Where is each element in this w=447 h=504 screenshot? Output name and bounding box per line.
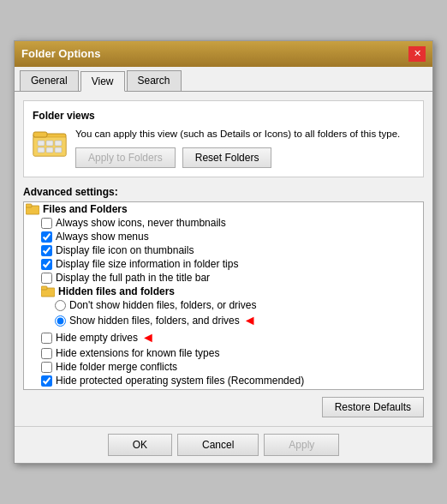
- list-item: Display file size information in folder …: [24, 257, 423, 271]
- folder-views-inner: You can apply this view (such as Details…: [33, 127, 414, 168]
- display-full-path-label: Display the full path in the title bar: [56, 272, 210, 284]
- folder-icon-2: [41, 285, 55, 297]
- hide-extensions-label: Hide extensions for known file types: [56, 347, 219, 359]
- dialog-buttons: OK Cancel Apply: [15, 426, 432, 463]
- folder-options-dialog: Folder Options ✕ General View Search Fol…: [14, 40, 433, 464]
- display-file-size-checkbox[interactable]: [41, 259, 52, 270]
- list-item: Hide empty drives ◄: [24, 329, 423, 346]
- hide-empty-drives-label: Hide empty drives: [56, 332, 138, 344]
- advanced-settings-list[interactable]: Files and Folders Always show icons, nev…: [23, 201, 424, 390]
- dont-show-hidden-radio[interactable]: [55, 300, 66, 311]
- list-item: Don't show hidden files, folders, or dri…: [24, 298, 423, 312]
- svg-rect-2: [33, 132, 47, 137]
- arrow-icon-2: ◄: [141, 330, 155, 345]
- hide-protected-files-label: Hide protected operating system files (R…: [56, 375, 304, 387]
- svg-rect-12: [41, 286, 47, 290]
- files-folders-header-text: Files and Folders: [43, 203, 128, 215]
- list-item: Display the full path in the title bar: [24, 271, 423, 285]
- svg-rect-5: [55, 141, 62, 146]
- show-hidden-radio[interactable]: [55, 315, 66, 327]
- close-button[interactable]: ✕: [408, 46, 426, 62]
- list-item: Show hidden files, folders, and drives ◄: [24, 312, 423, 329]
- cancel-button[interactable]: Cancel: [177, 434, 259, 456]
- display-full-path-checkbox[interactable]: [41, 273, 52, 284]
- hide-folder-merge-checkbox[interactable]: [41, 362, 52, 373]
- hide-extensions-checkbox[interactable]: [41, 348, 52, 359]
- tab-search[interactable]: Search: [127, 70, 182, 91]
- display-file-size-label: Display file size information in folder …: [56, 258, 238, 270]
- always-show-menus-label: Always show menus: [56, 231, 149, 243]
- tab-bar: General View Search: [15, 67, 432, 92]
- svg-rect-8: [55, 147, 62, 153]
- ok-button[interactable]: OK: [108, 434, 172, 456]
- svg-rect-3: [38, 141, 45, 146]
- svg-rect-6: [38, 147, 45, 153]
- folder-icon: [26, 203, 39, 215]
- folder-thumbnail-icon: [33, 127, 67, 158]
- display-file-icon-label: Display file icon on thumbnails: [56, 244, 194, 256]
- section-hidden-files: Hidden files and folders: [24, 285, 423, 298]
- dont-show-hidden-label: Don't show hidden files, folders, or dri…: [69, 299, 256, 311]
- folder-views-title: Folder views: [33, 110, 414, 122]
- section-files-and-folders: Files and Folders: [24, 202, 423, 216]
- folder-views-description: You can apply this view (such as Details…: [75, 127, 414, 141]
- always-show-icons-checkbox[interactable]: [41, 218, 52, 229]
- apply-to-folders-button[interactable]: Apply to Folders: [75, 147, 176, 168]
- list-item: Hide protected operating system files (R…: [24, 374, 423, 387]
- list-item: Always show menus: [24, 230, 423, 243]
- svg-rect-1: [33, 137, 66, 156]
- hide-protected-files-checkbox[interactable]: [41, 375, 52, 387]
- arrow-icon-1: ◄: [243, 313, 257, 328]
- show-hidden-label: Show hidden files, folders, and drives: [69, 315, 240, 327]
- folder-views-right: You can apply this view (such as Details…: [75, 127, 414, 168]
- advanced-settings-label: Advanced settings:: [23, 186, 424, 198]
- tab-content: Folder views You can apply this view: [15, 92, 432, 426]
- list-item: Always show icons, never thumbnails: [24, 216, 423, 230]
- reset-folders-button[interactable]: Reset Folders: [182, 147, 272, 168]
- title-bar: Folder Options ✕: [15, 41, 432, 67]
- tab-general[interactable]: General: [20, 70, 79, 91]
- list-item: Display file icon on thumbnails: [24, 243, 423, 257]
- hidden-files-header-text: Hidden files and folders: [58, 285, 175, 297]
- svg-rect-10: [26, 204, 32, 207]
- tab-view[interactable]: View: [80, 71, 125, 92]
- folder-views-section: Folder views You can apply this view: [23, 100, 424, 177]
- always-show-icons-label: Always show icons, never thumbnails: [56, 217, 226, 229]
- list-item: Hide extensions for known file types: [24, 346, 423, 360]
- folder-views-buttons: Apply to Folders Reset Folders: [75, 147, 414, 168]
- svg-rect-4: [46, 141, 53, 146]
- hide-folder-merge-label: Hide folder merge conflicts: [56, 361, 177, 373]
- list-item: Hide folder merge conflicts: [24, 360, 423, 374]
- restore-defaults-container: Restore Defaults: [23, 397, 424, 417]
- window-title: Folder Options: [21, 47, 100, 60]
- hide-empty-drives-checkbox[interactable]: [41, 333, 52, 344]
- always-show-menus-checkbox[interactable]: [41, 231, 52, 243]
- apply-button[interactable]: Apply: [264, 434, 339, 456]
- svg-rect-7: [46, 147, 53, 153]
- restore-defaults-button[interactable]: Restore Defaults: [322, 397, 424, 417]
- display-file-icon-checkbox[interactable]: [41, 245, 52, 256]
